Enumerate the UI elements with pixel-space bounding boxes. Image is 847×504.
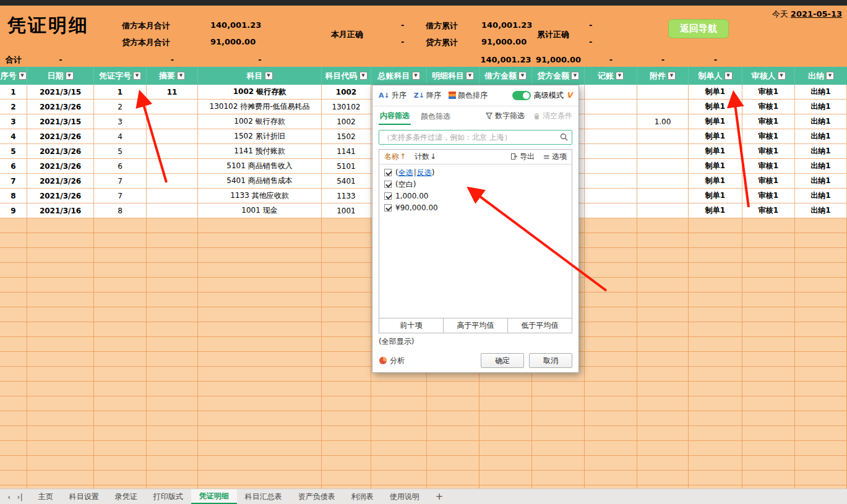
empty-cell[interactable] — [371, 471, 427, 485]
sort-by-count-button[interactable]: 计数↓ — [415, 152, 436, 162]
empty-cell[interactable] — [427, 426, 479, 441]
empty-cell[interactable] — [198, 352, 322, 367]
empty-cell[interactable] — [198, 396, 322, 411]
empty-cell[interactable] — [322, 218, 371, 233]
back-nav-button[interactable]: 返回导航 — [668, 19, 729, 38]
empty-cell[interactable] — [147, 233, 198, 248]
empty-cell[interactable] — [742, 307, 795, 322]
empty-cell[interactable] — [479, 396, 532, 411]
empty-cell[interactable] — [147, 322, 198, 337]
empty-cell[interactable] — [585, 337, 637, 352]
empty-cell[interactable] — [742, 426, 795, 441]
table-cell[interactable]: 5 — [94, 144, 147, 159]
filter-dropdown-button[interactable]: ▼ — [412, 72, 420, 80]
empty-cell[interactable] — [198, 337, 322, 352]
table-cell[interactable]: 1133 — [322, 189, 371, 203]
table-cell[interactable]: 制单1 — [689, 114, 742, 129]
table-cell[interactable] — [585, 159, 637, 174]
empty-cell[interactable] — [585, 278, 637, 293]
empty-cell[interactable] — [585, 248, 637, 263]
table-cell[interactable] — [637, 100, 689, 114]
empty-cell[interactable] — [0, 382, 27, 396]
empty-cell[interactable] — [0, 441, 27, 456]
quick-filter-button-1[interactable]: 前十项 — [379, 318, 444, 333]
table-cell[interactable]: 制单1 — [689, 100, 742, 114]
empty-cell[interactable] — [479, 441, 532, 456]
empty-cell[interactable] — [94, 456, 147, 471]
table-cell[interactable]: 1502 累计折旧 — [198, 129, 322, 144]
table-cell[interactable]: 3 — [0, 114, 27, 129]
table-cell[interactable]: 2021/3/15 — [27, 85, 94, 100]
empty-cell[interactable] — [689, 352, 742, 367]
empty-cell[interactable] — [532, 411, 585, 426]
empty-cell[interactable] — [637, 337, 689, 352]
empty-cell[interactable] — [637, 411, 689, 426]
clear-filter-button[interactable]: 清空条件 — [533, 111, 572, 121]
empty-cell[interactable] — [94, 471, 147, 485]
tab-content-filter[interactable]: 内容筛选 — [379, 107, 411, 125]
empty-cell[interactable] — [94, 278, 147, 293]
filter-item-checkbox[interactable] — [384, 204, 392, 211]
empty-cell[interactable] — [147, 441, 198, 456]
empty-cell[interactable] — [585, 322, 637, 337]
empty-cell[interactable] — [322, 337, 371, 352]
empty-cell[interactable] — [94, 263, 147, 278]
empty-cell[interactable] — [147, 337, 198, 352]
empty-cell[interactable] — [371, 382, 427, 396]
tabs-scroll-right-icon[interactable]: ›| — [17, 492, 23, 502]
table-cell[interactable]: 出纳1 — [795, 114, 847, 129]
empty-cell[interactable] — [689, 367, 742, 382]
empty-cell[interactable] — [322, 307, 371, 322]
empty-cell[interactable] — [94, 396, 147, 411]
empty-cell[interactable] — [0, 322, 27, 337]
filter-dropdown-button[interactable]: ▼ — [724, 72, 733, 80]
table-cell[interactable] — [585, 144, 637, 159]
table-cell[interactable]: 4 — [0, 129, 27, 144]
empty-cell[interactable] — [198, 485, 322, 489]
empty-cell[interactable] — [585, 471, 637, 485]
sheet-tab[interactable]: 打印版式 — [145, 489, 191, 504]
table-cell[interactable]: 1.00 — [637, 114, 689, 129]
empty-cell[interactable] — [0, 278, 27, 293]
table-cell[interactable] — [585, 85, 637, 100]
table-cell[interactable]: 出纳1 — [795, 129, 847, 144]
empty-cell[interactable] — [795, 233, 847, 248]
empty-cell[interactable] — [198, 278, 322, 293]
empty-cell[interactable] — [94, 233, 147, 248]
table-cell[interactable]: 1141 — [322, 144, 371, 159]
empty-cell[interactable] — [532, 396, 585, 411]
table-cell[interactable] — [637, 159, 689, 174]
table-cell[interactable] — [637, 144, 689, 159]
empty-cell[interactable] — [147, 248, 198, 263]
empty-cell[interactable] — [532, 382, 585, 396]
table-cell[interactable] — [147, 159, 198, 174]
filter-dropdown-button[interactable]: ▼ — [616, 72, 624, 80]
empty-cell[interactable] — [198, 367, 322, 382]
empty-cell[interactable] — [27, 293, 94, 307]
totals-cell[interactable]: - — [198, 53, 322, 67]
empty-cell[interactable] — [0, 367, 27, 382]
table-cell[interactable]: 130102 — [322, 100, 371, 114]
empty-cell[interactable] — [147, 426, 198, 441]
table-cell[interactable] — [147, 189, 198, 203]
tab-color-filter[interactable]: 颜色筛选 — [419, 108, 452, 124]
sort-by-name-button[interactable]: 名称↑ — [384, 152, 406, 162]
empty-cell[interactable] — [147, 293, 198, 307]
empty-cell[interactable] — [795, 456, 847, 471]
empty-cell[interactable] — [0, 396, 27, 411]
table-cell[interactable]: 7 — [94, 189, 147, 203]
empty-cell[interactable] — [637, 352, 689, 367]
table-cell[interactable]: 5101 商品销售收入 — [198, 159, 322, 174]
totals-cell[interactable]: - — [27, 53, 94, 67]
empty-cell[interactable] — [94, 485, 147, 489]
empty-cell[interactable] — [795, 337, 847, 352]
empty-cell[interactable] — [689, 485, 742, 489]
table-cell[interactable]: 1001 — [322, 203, 371, 218]
table-cell[interactable] — [585, 129, 637, 144]
empty-cell[interactable] — [322, 263, 371, 278]
empty-cell[interactable] — [585, 411, 637, 426]
empty-cell[interactable] — [637, 441, 689, 456]
empty-cell[interactable] — [742, 322, 795, 337]
empty-cell[interactable] — [742, 263, 795, 278]
empty-cell[interactable] — [742, 471, 795, 485]
